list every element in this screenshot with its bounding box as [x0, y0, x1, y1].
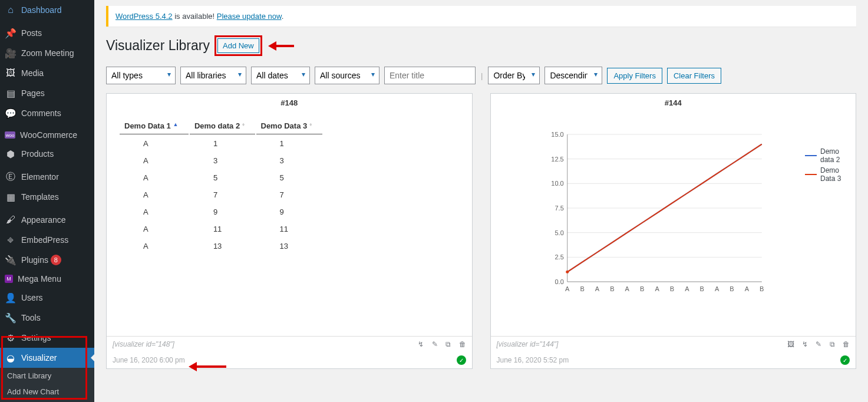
svg-text:5.0: 5.0 [555, 229, 563, 236]
svg-point-30 [566, 271, 569, 274]
woo-icon: woo [5, 131, 15, 139]
media-icon: 🖼 [5, 67, 16, 79]
svg-text:B: B [699, 285, 704, 292]
svg-text:12.5: 12.5 [551, 156, 563, 163]
table-row: A1313 [120, 238, 322, 254]
sidebar-item-posts[interactable]: 📌Posts [0, 23, 94, 43]
filter-orderby[interactable]: Order By [488, 67, 540, 84]
dashboard-icon: ⌂ [5, 4, 16, 16]
svg-text:B: B [610, 285, 614, 292]
sidebar-item-embedpress[interactable]: ⎆EmbedPress [0, 230, 94, 250]
add-new-button[interactable]: Add New [217, 38, 259, 53]
filter-types[interactable]: All types [106, 67, 176, 84]
chart-timestamp: June 16, 2020 6:00 pm [113, 356, 185, 364]
submenu-support[interactable]: Support? [0, 400, 94, 402]
svg-text:B: B [580, 285, 584, 292]
svg-text:B: B [669, 285, 674, 292]
update-now-link[interactable]: Please update now [217, 12, 282, 21]
table-header[interactable]: Demo Data 1 ▲ [120, 118, 189, 134]
table-row: A77 [120, 187, 322, 203]
sidebar-item-comments[interactable]: 💬Comments [0, 103, 94, 123]
table-row: A55 [120, 170, 322, 186]
plug-icon: 🔌 [5, 254, 16, 266]
edit-icon[interactable]: ✎ [816, 340, 821, 348]
brush-icon: 🖌 [5, 214, 16, 226]
video-icon: 🎥 [5, 47, 16, 59]
sidebar-item-megamenu[interactable]: MMega Menu [0, 270, 94, 288]
sidebar-item-settings[interactable]: ⚙Settings [0, 328, 94, 348]
pin-icon: 📌 [5, 27, 16, 39]
sidebar-item-users[interactable]: 👤Users [0, 288, 94, 308]
sidebar-item-products[interactable]: ⬢Products [0, 144, 94, 164]
admin-sidebar: ⌂Dashboard 📌Posts 🎥Zoom Meeting 🖼Media ▤… [0, 0, 94, 402]
sidebar-item-media[interactable]: 🖼Media [0, 63, 94, 83]
update-badge: 8 [51, 255, 61, 265]
filter-sources[interactable]: All sources [315, 67, 379, 84]
annotation-arrow-submenu [189, 362, 226, 371]
line-chart-svg: 0.02.55.07.510.012.515.0ABABABABABABAB [503, 117, 844, 305]
main-content: WordPress 5.4.2 is available! Please upd… [94, 0, 868, 402]
svg-text:A: A [685, 285, 689, 292]
export-icon[interactable]: ↯ [802, 340, 808, 348]
submenu-chart-library[interactable]: Chart Library [0, 368, 94, 384]
page-title: Visualizer Library [106, 38, 210, 54]
filter-title-input[interactable] [384, 67, 476, 84]
user-icon: 👤 [5, 292, 16, 304]
wrench-icon: 🔧 [5, 312, 16, 324]
export-icon[interactable]: ↯ [418, 340, 424, 348]
table-row: A1111 [120, 221, 322, 237]
sidebar-item-pages[interactable]: ▤Pages [0, 83, 94, 103]
sidebar-item-dashboard[interactable]: ⌂Dashboard [0, 0, 94, 20]
table-header[interactable]: Demo Data 3 ♦ [256, 118, 322, 134]
chart-card-148: #148 Demo Data 1 ▲ Demo data 2 ♦ Demo Da… [106, 93, 473, 369]
sidebar-item-woocommerce[interactable]: wooWooCommerce [0, 126, 94, 144]
delete-icon[interactable]: 🗑 [459, 340, 466, 348]
sidebar-item-templates[interactable]: ▦Templates [0, 187, 94, 207]
filter-bar: All types All libraries All dates All so… [106, 67, 856, 84]
apply-filters-button[interactable]: Apply Filters [607, 68, 662, 84]
sort-asc-icon: ▲ [173, 121, 178, 127]
delete-icon[interactable]: 🗑 [843, 340, 850, 348]
clear-filters-button[interactable]: Clear Filters [667, 68, 721, 84]
annotation-box-addnew: Add New [214, 35, 262, 56]
table-row: A33 [120, 153, 322, 169]
sort-icon: ♦ [242, 121, 245, 127]
edit-icon[interactable]: ✎ [432, 340, 438, 348]
table-header[interactable]: Demo data 2 ♦ [190, 118, 255, 134]
clone-icon[interactable]: ⧉ [445, 340, 451, 348]
svg-text:A: A [714, 285, 719, 292]
svg-text:A: A [744, 285, 749, 292]
table-row: A99 [120, 204, 322, 220]
megamenu-icon: M [5, 275, 13, 283]
chart-shortcode: [visualizer id="148"] [113, 340, 174, 348]
sidebar-item-appearance[interactable]: 🖌Appearance [0, 210, 94, 230]
annotation-arrow-addnew [268, 41, 294, 51]
svg-text:B: B [760, 285, 764, 292]
settings-icon: ⚙ [5, 332, 16, 344]
page-icon: ▤ [5, 87, 16, 99]
page-header: Visualizer Library Add New [106, 35, 856, 56]
filter-direction[interactable]: Descending [544, 67, 602, 84]
filter-libraries[interactable]: All libraries [180, 67, 246, 84]
sidebar-item-visualizer[interactable]: ◒Visualizer [0, 348, 94, 368]
svg-text:A: A [565, 285, 570, 292]
image-icon[interactable]: 🖼 [787, 340, 794, 348]
status-ok-icon: ✓ [457, 355, 466, 365]
sidebar-item-elementor[interactable]: ⒺElementor [0, 167, 94, 187]
table-row: A11 [120, 136, 322, 151]
chart-timestamp: June 16, 2020 5:52 pm [497, 356, 569, 364]
filter-dates[interactable]: All dates [251, 67, 310, 84]
embed-icon: ⎆ [5, 234, 16, 246]
svg-text:A: A [595, 285, 599, 292]
submenu-add-new-chart[interactable]: Add New Chart [0, 384, 94, 400]
svg-text:10.0: 10.0 [551, 180, 563, 187]
chart-legend: Demo data 2 Demo Data 3 [805, 147, 844, 185]
sidebar-item-plugins[interactable]: 🔌Plugins8 [0, 250, 94, 270]
svg-text:A: A [625, 285, 629, 292]
wp-version-link[interactable]: WordPress 5.4.2 [115, 12, 173, 21]
sidebar-item-tools[interactable]: 🔧Tools [0, 308, 94, 328]
clone-icon[interactable]: ⧉ [830, 340, 835, 348]
chart-card-144: #144 0.02.55.07.510.012.515.0ABABABABABA… [490, 93, 857, 369]
sidebar-item-zoom[interactable]: 🎥Zoom Meeting [0, 43, 94, 63]
elementor-icon: Ⓔ [5, 171, 16, 183]
